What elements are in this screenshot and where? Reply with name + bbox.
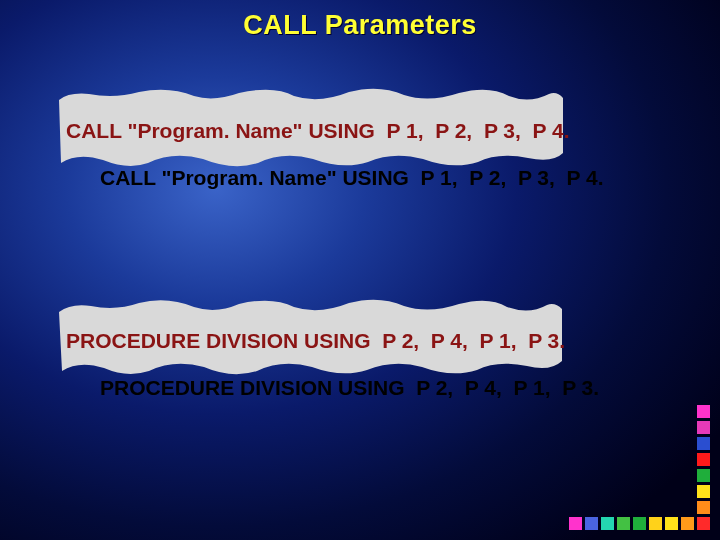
square-icon <box>697 469 710 482</box>
square-icon <box>697 453 710 466</box>
square-icon <box>681 517 694 530</box>
code-2-text: PROCEDURE DIVISION USING P 2, P 4, P 1, … <box>100 376 599 399</box>
square-icon <box>601 517 614 530</box>
square-icon <box>569 517 582 530</box>
square-icon <box>633 517 646 530</box>
code-line-1: CALL "Program. Name" USING P 1, P 2, P 3… <box>65 118 604 214</box>
square-icon <box>649 517 662 530</box>
square-icon <box>697 501 710 514</box>
square-icon <box>697 437 710 450</box>
title-text: CALL Parameters <box>243 10 477 40</box>
code-2-shadow: PROCEDURE DIVISION USING P 2, P 4, P 1, … <box>66 329 565 353</box>
slide: CALL Parameters CALL Parameters CALL "Pr… <box>0 0 720 540</box>
decorative-squares <box>569 405 710 530</box>
squares-column <box>697 405 710 514</box>
square-icon <box>665 517 678 530</box>
square-icon <box>697 517 710 530</box>
code-line-2: PROCEDURE DIVISION USING P 2, P 4, P 1, … <box>65 328 599 424</box>
square-icon <box>585 517 598 530</box>
slide-title: CALL Parameters CALL Parameters <box>0 10 720 41</box>
code-box-2: PROCEDURE DIVISION USING P 2, P 4, P 1, … <box>55 298 617 384</box>
square-icon <box>617 517 630 530</box>
squares-row <box>569 517 710 530</box>
square-icon <box>697 421 710 434</box>
code-1-text: CALL "Program. Name" USING P 1, P 2, P 3… <box>100 166 604 189</box>
square-icon <box>697 405 710 418</box>
code-box-1: CALL "Program. Name" USING P 1, P 2, P 3… <box>55 88 617 174</box>
square-icon <box>697 485 710 498</box>
code-1-shadow: CALL "Program. Name" USING P 1, P 2, P 3… <box>66 119 570 143</box>
